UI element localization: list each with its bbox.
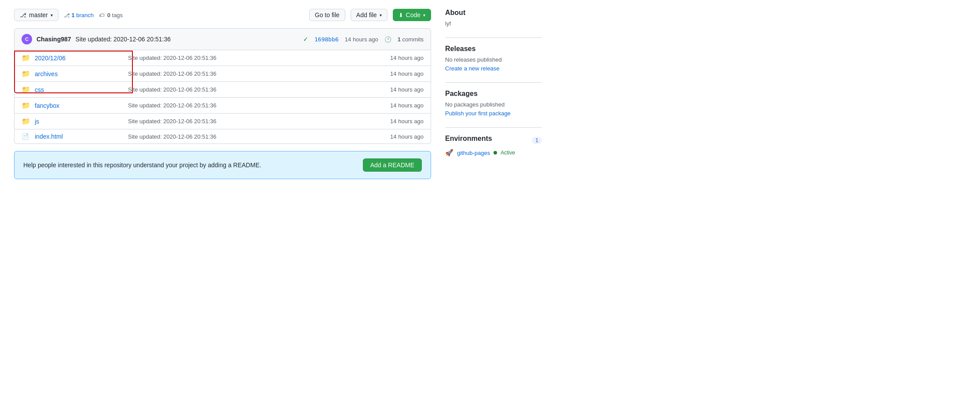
history-icon: 🕐 [384, 36, 391, 43]
table-row[interactable]: 📁2020/12/06Site updated: 2020-12-06 20:5… [15, 50, 431, 66]
folder-icon: 📁 [22, 70, 29, 78]
rocket-icon: 🚀 [445, 149, 453, 157]
chevron-down-icon: ▾ [51, 13, 53, 18]
readme-notice: Help people interested in this repositor… [14, 151, 431, 179]
file-table: 📁2020/12/06Site updated: 2020-12-06 20:5… [14, 50, 431, 144]
file-time: 14 hours ago [390, 70, 424, 77]
commit-time: 14 hours ago [345, 36, 378, 43]
commits-number: 1 [398, 36, 401, 43]
file-commit-message: Site updated: 2020-12-06 20:51:36 [128, 86, 385, 93]
env-name[interactable]: github-pages [457, 150, 490, 156]
branch-fork-icon: ⎇ [64, 12, 70, 18]
create-new-release-link[interactable]: Create a new release [445, 65, 500, 72]
table-row[interactable]: 📁fancyboxSite updated: 2020-12-06 20:51:… [15, 98, 431, 114]
commit-message: Site updated: 2020-12-06 20:51:36 [76, 36, 171, 43]
file-time: 14 hours ago [390, 86, 424, 93]
commits-count: 1 commits [398, 36, 424, 43]
environments-count: 1 [532, 137, 542, 144]
no-releases-text: No releases published [445, 56, 542, 63]
folder-icon: 📁 [22, 54, 29, 62]
environments-title: Environments [445, 135, 492, 143]
tag-count: 0 [107, 12, 110, 18]
folder-icon: 📁 [22, 101, 29, 110]
branch-count: 1 [71, 12, 74, 18]
no-packages-text: No packages published [445, 101, 542, 108]
file-commit-message: Site updated: 2020-12-06 20:51:36 [128, 118, 385, 125]
commit-author[interactable]: Chasing987 [37, 36, 71, 43]
commit-bar: C Chasing987 Site updated: 2020-12-06 20… [14, 28, 431, 50]
commit-hash[interactable]: 1698bb6 [314, 36, 339, 43]
sidebar-divider-2 [445, 82, 542, 83]
check-icon: ✓ [303, 36, 308, 43]
toolbar: ⎇ master ▾ ⎇ 1 branch 🏷 0 tags Go to fil… [14, 9, 431, 21]
chevron-down-icon-code: ▾ [423, 13, 425, 18]
env-active-label: Active [501, 150, 515, 156]
file-name[interactable]: css [35, 86, 123, 93]
go-to-file-button[interactable]: Go to file [309, 9, 345, 21]
file-commit-message: Site updated: 2020-12-06 20:51:36 [128, 133, 385, 140]
commit-bar-right: ✓ 1698bb6 14 hours ago 🕐 1 commits [303, 36, 424, 43]
avatar: C [22, 34, 32, 44]
env-active-dot [494, 151, 497, 154]
about-section: About lyf [445, 9, 542, 27]
about-title: About [445, 9, 542, 17]
add-readme-button[interactable]: Add a README [363, 158, 422, 172]
branch-selector[interactable]: ⎇ master ▾ [14, 9, 59, 21]
file-commit-message: Site updated: 2020-12-06 20:51:36 [128, 102, 385, 109]
table-row[interactable]: 📁jsSite updated: 2020-12-06 20:51:3614 h… [15, 114, 431, 129]
code-button[interactable]: ⬇ Code ▾ [393, 9, 431, 21]
file-name[interactable]: fancybox [35, 102, 123, 109]
sidebar: About lyf Releases No releases published… [445, 9, 542, 179]
table-row[interactable]: 📁cssSite updated: 2020-12-06 20:51:3614 … [15, 82, 431, 98]
branch-text: branch [76, 12, 94, 18]
file-icon: 📄 [22, 133, 29, 140]
add-file-button[interactable]: Add file ▾ [351, 9, 388, 21]
folder-icon: 📁 [22, 117, 29, 125]
add-file-label: Add file [356, 11, 377, 18]
branch-icon: ⎇ [20, 12, 26, 18]
file-time: 14 hours ago [390, 102, 424, 109]
releases-title: Releases [445, 45, 542, 53]
file-name[interactable]: 2020/12/06 [35, 55, 123, 62]
sidebar-divider-1 [445, 37, 542, 38]
branch-selector-label: master [29, 11, 48, 18]
file-commit-message: Site updated: 2020-12-06 20:51:36 [128, 55, 385, 61]
file-time: 14 hours ago [390, 133, 424, 140]
file-table-wrapper: 📁2020/12/06Site updated: 2020-12-06 20:5… [14, 50, 431, 144]
file-commit-message: Site updated: 2020-12-06 20:51:36 [128, 70, 385, 77]
about-description: lyf [445, 20, 542, 27]
page-layout: ⎇ master ▾ ⎇ 1 branch 🏷 0 tags Go to fil… [14, 9, 542, 179]
go-to-file-label: Go to file [315, 11, 340, 18]
packages-title: Packages [445, 90, 542, 98]
chevron-down-icon-add: ▾ [380, 13, 382, 18]
readme-notice-text: Help people interested in this repositor… [23, 162, 261, 169]
tag-text: tags [112, 12, 123, 18]
code-label: Code [406, 11, 421, 18]
tag-icon: 🏷 [99, 12, 104, 18]
environments-section: Environments 1 🚀 github-pages Active [445, 135, 542, 157]
file-name[interactable]: index.html [35, 133, 123, 140]
branch-count-link[interactable]: ⎇ 1 branch [64, 12, 94, 18]
main-content: ⎇ master ▾ ⎇ 1 branch 🏷 0 tags Go to fil… [14, 9, 431, 179]
tag-count-link[interactable]: 🏷 0 tags [99, 12, 123, 18]
file-name[interactable]: js [35, 118, 123, 125]
download-icon: ⬇ [399, 12, 403, 18]
table-row[interactable]: 📄index.htmlSite updated: 2020-12-06 20:5… [15, 129, 431, 143]
commits-label: commits [402, 36, 424, 43]
environments-header-row: Environments 1 [445, 135, 542, 146]
packages-section: Packages No packages published Publish y… [445, 90, 542, 117]
file-time: 14 hours ago [390, 55, 424, 61]
table-row[interactable]: 📁archivesSite updated: 2020-12-06 20:51:… [15, 66, 431, 82]
file-name[interactable]: archives [35, 70, 123, 77]
sidebar-divider-3 [445, 127, 542, 128]
file-time: 14 hours ago [390, 118, 424, 125]
publish-package-link[interactable]: Publish your first package [445, 110, 511, 117]
folder-icon: 📁 [22, 85, 29, 94]
releases-section: Releases No releases published Create a … [445, 45, 542, 72]
env-item: 🚀 github-pages Active [445, 149, 542, 157]
